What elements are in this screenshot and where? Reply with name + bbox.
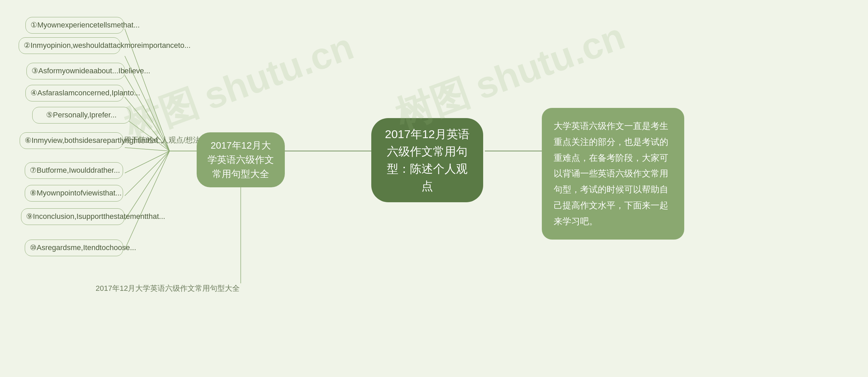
desc-node: 大学英语六级作文一直是考生重点关注的部分，也是考试的重难点，在备考阶段，大家可以… xyxy=(542,108,684,240)
svg-line-9 xyxy=(125,151,170,249)
svg-line-7 xyxy=(125,151,170,196)
leaf-node-4: ④Asfaraslamconcerned,Iplanto... xyxy=(25,85,124,101)
leaf-node-1: ①Myownexperiencetellsmethat... xyxy=(25,17,124,34)
svg-line-5 xyxy=(125,148,170,151)
leaf-node-2: ②Inmyopinion,weshouldattackmoreimportanc… xyxy=(19,37,120,54)
leaf-node-7: ⑦Butforme,Iwoulddrather... xyxy=(25,162,123,179)
leaf-node-8: ⑧Myownpointofviewisthat... xyxy=(25,185,123,202)
bottom-label: 2017年12月大学英语六级作文常用句型大全 xyxy=(96,283,240,294)
center-left-node[interactable]: 2017年12月大学英语六级作文常用句型大全 xyxy=(197,132,285,187)
leaf-node-10: ⑩Asregardsme,Itendtochoose... xyxy=(25,240,123,256)
mindmap-container: 树图 shutu.cn 树图 shutu.cn ①Myo xyxy=(0,0,868,377)
svg-line-8 xyxy=(125,151,170,220)
leaf-node-9: ⑨Inconclusion,Isupportthestatementthat..… xyxy=(21,208,124,225)
svg-line-6 xyxy=(125,151,170,173)
center-node[interactable]: 2017年12月英语六级作文常用句型：陈述个人观点 xyxy=(371,118,483,202)
leaf-node-3: ③Asformyownideaabout...Ibelieve... xyxy=(26,63,125,79)
leaf-node-6: ⑥Inmyview,bothsidesarepartlyrightinthat.… xyxy=(20,132,123,149)
leaf-node-5: ⑤Personally,Iprefer... xyxy=(32,107,131,124)
svg-line-4 xyxy=(125,118,170,151)
